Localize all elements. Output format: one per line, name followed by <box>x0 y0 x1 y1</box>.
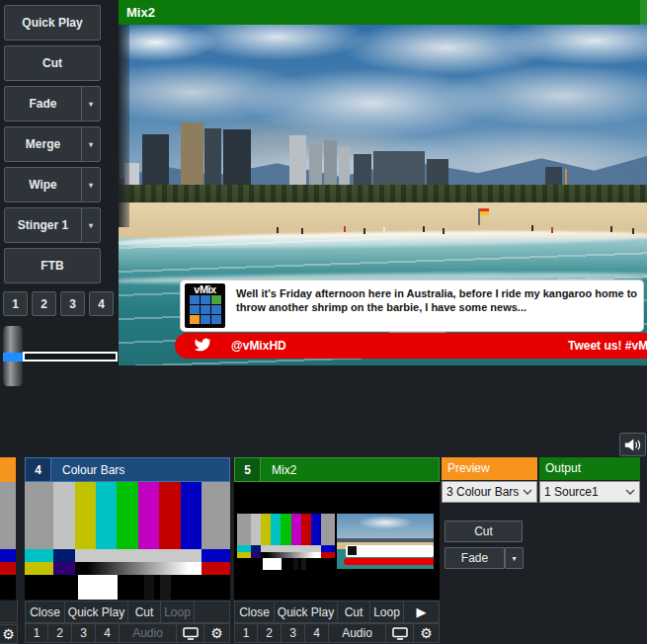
chevron-down-icon <box>523 489 532 495</box>
audio-button[interactable]: Audio <box>329 623 386 643</box>
colour-bars-row3 <box>25 562 230 575</box>
chevron-down-icon[interactable]: ▾ <box>81 208 100 242</box>
cut-label: Cut <box>42 56 62 70</box>
fullscreen-button[interactable] <box>386 623 414 643</box>
input-4-thumbnail[interactable] <box>25 482 230 600</box>
wipe-button[interactable]: Wipe ▾ <box>4 167 101 202</box>
input-4-controls: Close Quick Play Cut Loop <box>25 600 230 623</box>
preview-select[interactable]: 3 Colour Bars <box>442 481 537 503</box>
close-button[interactable]: Close <box>234 601 275 623</box>
input-3-header-partial[interactable] <box>0 457 16 482</box>
fade-label: Fade <box>5 97 81 111</box>
input-5-header[interactable]: 5 Mix2 <box>234 457 440 482</box>
preview-select-value: 3 Colour Bars <box>446 485 519 499</box>
master-audio-button[interactable] <box>619 433 646 456</box>
input-4-title: Colour Bars <box>51 463 124 477</box>
wipe-label: Wipe <box>5 178 81 192</box>
vmix-logo-grid <box>185 295 225 324</box>
chevron-down-icon[interactable]: ▾ <box>81 127 100 161</box>
cut-button[interactable]: Cut <box>4 45 101 81</box>
merge-button[interactable]: Merge ▾ <box>4 126 101 162</box>
input-3-thumbnail-partial[interactable] <box>0 482 16 600</box>
input-4-header[interactable]: 4 Colour Bars <box>25 457 230 482</box>
quick-play-label: Quick Play <box>22 16 82 30</box>
overlay-1-button[interactable]: 1 <box>234 623 258 643</box>
input-3-settings-button[interactable]: ⚙ <box>0 624 18 644</box>
transition-sidebar: Quick Play Cut Fade ▾ Merge ▾ Wipe ▾ Sti… <box>0 0 119 457</box>
ticker-red-bar: @vMixHD Tweet us! #vMixHD <box>175 333 647 359</box>
input-4-overlay-row: 1 2 3 4 Audio ⚙ <box>25 623 230 643</box>
mixer-cut-button[interactable]: Cut <box>445 521 523 542</box>
input-3-controls-partial[interactable] <box>0 600 18 623</box>
tbar-track <box>23 352 118 362</box>
speaker-icon <box>624 438 641 452</box>
overlay-3-button[interactable]: 3 <box>72 623 96 643</box>
image-edge-shadow <box>119 25 129 227</box>
merge-label: Merge <box>5 137 81 151</box>
chevron-down-icon[interactable]: ▾ <box>81 168 100 201</box>
input-4-number: 4 <box>26 458 51 481</box>
gear-icon: ⚙ <box>420 626 433 640</box>
output-header: Output <box>539 457 640 480</box>
loop-button[interactable]: Loop <box>370 601 404 623</box>
overlay-1-button[interactable]: 1 <box>3 291 28 316</box>
program-monitor: vMix Well it's Friday afternoon here in … <box>119 25 647 365</box>
gear-icon: ⚙ <box>210 626 223 640</box>
fade-button[interactable]: Fade ▾ <box>4 86 101 121</box>
mixer-fade-dropdown[interactable]: ▾ <box>505 547 524 569</box>
title-bar-edge <box>640 0 647 25</box>
mix-preview-pane <box>237 514 335 570</box>
input-5-number: 5 <box>235 458 261 481</box>
vmix-logo-text: vMix <box>185 283 225 295</box>
mixer-fade-button[interactable]: Fade <box>445 547 505 569</box>
tbar-fader-handle[interactable] <box>3 326 23 386</box>
close-button[interactable]: Close <box>25 601 65 623</box>
ticker-card: vMix Well it's Friday afternoon here in … <box>181 281 643 331</box>
monitor-icon <box>183 627 199 640</box>
chevron-down-icon: ▾ <box>512 554 516 563</box>
chevron-down-icon <box>625 489 635 495</box>
lifeguard-flag <box>480 208 489 215</box>
input-4: 4 Colour Bars Close Quick Play Cut Loop … <box>25 457 230 644</box>
fullscreen-button[interactable] <box>177 623 204 643</box>
play-button[interactable]: ▶ <box>404 601 440 623</box>
twitter-handle: @vMixHD <box>231 333 286 359</box>
colour-bars-top <box>25 482 230 549</box>
ftb-label: FTB <box>40 259 63 273</box>
ticker-cta: Tweet us! #vMixHD <box>568 333 647 359</box>
overlay-4-button[interactable]: 4 <box>89 291 114 316</box>
cut-button[interactable]: Cut <box>128 601 161 623</box>
stinger-button[interactable]: Stinger 1 ▾ <box>4 207 101 243</box>
settings-button[interactable]: ⚙ <box>204 623 230 643</box>
overlay-2-button[interactable]: 2 <box>48 623 72 643</box>
overlay-4-button[interactable]: 4 <box>305 623 329 643</box>
loop-button[interactable]: Loop <box>161 601 195 623</box>
quick-play-button[interactable]: Quick Play <box>275 601 338 623</box>
input-5-thumbnail[interactable] <box>234 482 440 600</box>
preview-header: Preview <box>442 457 537 480</box>
input-5-title: Mix2 <box>261 463 296 477</box>
output-select-value: 1 Source1 <box>544 485 599 499</box>
overlay-3-button[interactable]: 3 <box>60 291 85 316</box>
colour-bars-pluge <box>25 575 230 600</box>
program-title: Mix2 <box>126 5 155 20</box>
quick-play-button[interactable]: Quick Play <box>4 5 101 40</box>
ftb-button[interactable]: FTB <box>4 248 101 283</box>
overlay-2-button[interactable]: 2 <box>258 623 282 643</box>
overlay-1-button[interactable]: 1 <box>25 623 48 643</box>
quick-play-button[interactable]: Quick Play <box>65 601 128 623</box>
settings-button[interactable]: ⚙ <box>414 623 440 643</box>
chevron-down-icon[interactable]: ▾ <box>81 87 100 121</box>
empty-cell <box>195 601 230 623</box>
output-select[interactable]: 1 Source1 <box>539 481 640 503</box>
input-5-controls: Close Quick Play Cut Loop ▶ <box>234 600 440 623</box>
vmix-logo: vMix <box>185 283 225 328</box>
tbar-position-band <box>3 353 23 362</box>
audio-button[interactable]: Audio <box>120 623 177 643</box>
overlay-2-button[interactable]: 2 <box>32 291 56 316</box>
twitter-bird-icon <box>193 337 211 353</box>
cut-button[interactable]: Cut <box>338 601 370 623</box>
overlay-3-button[interactable]: 3 <box>282 623 305 643</box>
overlay-4-button[interactable]: 4 <box>96 623 120 643</box>
input-5-overlay-row: 1 2 3 4 Audio ⚙ <box>234 623 440 643</box>
